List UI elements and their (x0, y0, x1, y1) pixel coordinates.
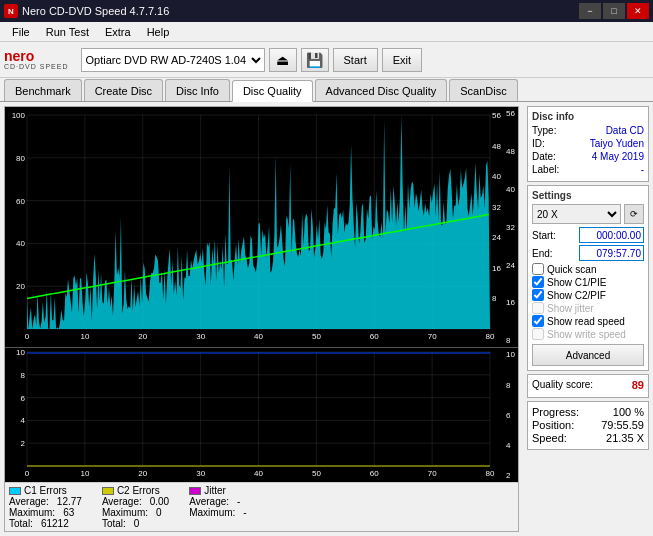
legend-jitter: Jitter Average: - Maximum: - (189, 485, 246, 529)
progress-value: 100 % (613, 406, 644, 418)
disc-type-label: Type: (532, 125, 556, 136)
chart-container: 56 48 40 32 24 16 8 10 8 6 4 2 (5, 107, 518, 482)
right-panel: Disc info Type: Data CD ID: Taiyo Yuden … (523, 102, 653, 536)
tab-disc-quality[interactable]: Disc Quality (232, 80, 313, 102)
position-label: Position: (532, 419, 574, 431)
nero-logo-sub: CD·DVD SPEED (4, 63, 69, 70)
position-row: Position: 79:55.59 (532, 419, 644, 431)
minimize-button[interactable]: − (579, 3, 601, 19)
top-chart-canvas (5, 107, 518, 347)
disc-info-title: Disc info (532, 111, 644, 122)
c2-average-value: 0.00 (150, 496, 169, 507)
jitter-maximum-label: Maximum: (189, 507, 235, 518)
speed-label: Speed: (532, 432, 567, 444)
jitter-average-label: Average: (189, 496, 229, 507)
show-write-speed-row: Show write speed (532, 328, 644, 340)
jitter-maximum-value: - (243, 507, 246, 518)
legend: C1 Errors Average: 12.77 Maximum: 63 Tot… (5, 482, 518, 531)
settings-title: Settings (532, 190, 644, 201)
disc-id-label: ID: (532, 138, 545, 149)
show-c2-checkbox[interactable] (532, 289, 544, 301)
show-c1-label: Show C1/PIE (547, 277, 606, 288)
show-c2-label: Show C2/PIF (547, 290, 606, 301)
maximize-button[interactable]: □ (603, 3, 625, 19)
disc-type-value: Data CD (606, 125, 644, 136)
main-area: 56 48 40 32 24 16 8 10 8 6 4 2 (0, 102, 653, 536)
save-icon-button[interactable]: 💾 (301, 48, 329, 72)
advanced-button[interactable]: Advanced (532, 344, 644, 366)
close-button[interactable]: ✕ (627, 3, 649, 19)
exit-button[interactable]: Exit (382, 48, 422, 72)
jitter-label: Jitter (204, 485, 226, 496)
tab-advanced-disc-quality[interactable]: Advanced Disc Quality (315, 79, 448, 101)
c2-color-swatch (102, 487, 114, 495)
menu-file[interactable]: File (4, 24, 38, 40)
show-jitter-checkbox[interactable] (532, 302, 544, 314)
c1-color-swatch (9, 487, 21, 495)
jitter-average-value: - (237, 496, 240, 507)
nero-logo: nero CD·DVD SPEED (4, 49, 69, 70)
quick-scan-label: Quick scan (547, 264, 596, 275)
disc-type-row: Type: Data CD (532, 125, 644, 136)
progress-section: Progress: 100 % Position: 79:55.59 Speed… (527, 401, 649, 450)
nero-logo-text: nero (4, 49, 34, 63)
end-label: End: (532, 248, 553, 259)
toolbar: nero CD·DVD SPEED Optiarc DVD RW AD-7240… (0, 42, 653, 78)
show-c1-checkbox[interactable] (532, 276, 544, 288)
c1-total-value: 61212 (41, 518, 69, 529)
start-label: Start: (532, 230, 556, 241)
c1-maximum-label: Maximum: (9, 507, 55, 518)
start-time-row: Start: (532, 227, 644, 243)
chart-top-y-labels: 56 48 40 32 24 16 8 (506, 107, 515, 347)
start-time-input[interactable] (579, 227, 644, 243)
tab-disc-info[interactable]: Disc Info (165, 79, 230, 101)
menu-run-test[interactable]: Run Test (38, 24, 97, 40)
quick-scan-checkbox[interactable] (532, 263, 544, 275)
show-read-speed-checkbox[interactable] (532, 315, 544, 327)
show-write-speed-checkbox[interactable] (532, 328, 544, 340)
quality-score-value: 89 (632, 379, 644, 391)
tabs: Benchmark Create Disc Disc Info Disc Qua… (0, 78, 653, 102)
titlebar-left: N Nero CD-DVD Speed 4.7.7.16 (4, 4, 169, 18)
titlebar-title: Nero CD-DVD Speed 4.7.7.16 (22, 5, 169, 17)
bottom-chart-canvas (5, 348, 518, 482)
position-value: 79:55.59 (601, 419, 644, 431)
c2-maximum-value: 0 (156, 507, 162, 518)
c1-total-label: Total: (9, 518, 33, 529)
menu-extra[interactable]: Extra (97, 24, 139, 40)
quality-score-row: Quality score: 89 (532, 379, 644, 391)
tab-create-disc[interactable]: Create Disc (84, 79, 163, 101)
quality-score-label: Quality score: (532, 379, 593, 391)
end-time-input[interactable] (579, 245, 644, 261)
jitter-color-swatch (189, 487, 201, 495)
end-time-row: End: (532, 245, 644, 261)
tab-scan-disc[interactable]: ScanDisc (449, 79, 517, 101)
speed-value: 21.35 X (606, 432, 644, 444)
tab-benchmark[interactable]: Benchmark (4, 79, 82, 101)
c2-maximum-label: Maximum: (102, 507, 148, 518)
show-jitter-row: Show jitter (532, 302, 644, 314)
quick-scan-row: Quick scan (532, 263, 644, 275)
show-write-speed-label: Show write speed (547, 329, 626, 340)
disc-label-row: Label: - (532, 164, 644, 175)
drive-select[interactable]: Optiarc DVD RW AD-7240S 1.04 (81, 48, 265, 72)
app-icon: N (4, 4, 18, 18)
settings-refresh-button[interactable]: ⟳ (624, 204, 644, 224)
disc-label-label: Label: (532, 164, 559, 175)
start-button[interactable]: Start (333, 48, 378, 72)
menu-help[interactable]: Help (139, 24, 178, 40)
quality-section: Quality score: 89 (527, 374, 649, 398)
show-jitter-label: Show jitter (547, 303, 594, 314)
titlebar-controls: − □ ✕ (579, 3, 649, 19)
progress-label: Progress: (532, 406, 579, 418)
c2-average-label: Average: (102, 496, 142, 507)
disc-date-label: Date: (532, 151, 556, 162)
eject-icon-button[interactable]: ⏏ (269, 48, 297, 72)
legend-c2: C2 Errors Average: 0.00 Maximum: 0 Total… (102, 485, 169, 529)
c2-total-label: Total: (102, 518, 126, 529)
c1-average-label: Average: (9, 496, 49, 507)
speed-row: Speed: 21.35 X (532, 432, 644, 444)
disc-date-value: 4 May 2019 (592, 151, 644, 162)
speed-select[interactable]: 20 X 4 X 8 X 16 X 40 X Max (532, 204, 621, 224)
settings-section: Settings 20 X 4 X 8 X 16 X 40 X Max ⟳ St… (527, 185, 649, 371)
